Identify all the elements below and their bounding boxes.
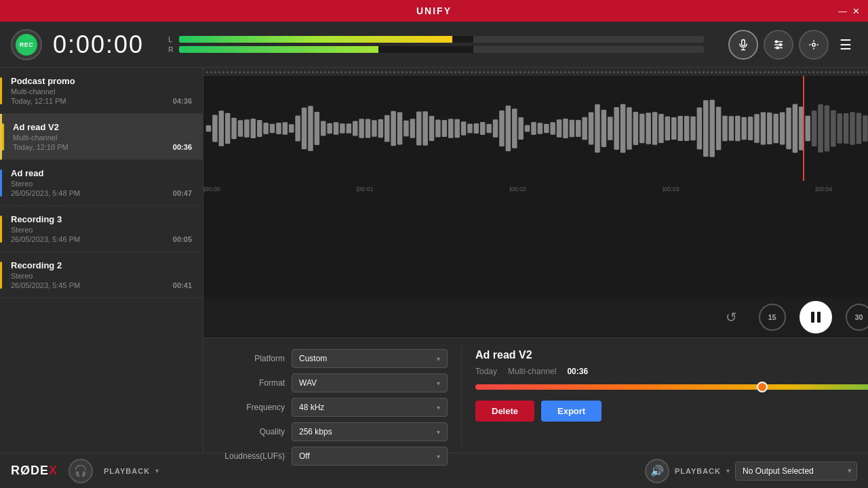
svg-rect-31: [315, 112, 320, 145]
mixer-button[interactable]: [764, 30, 793, 60]
skip-back-15-button[interactable]: 15: [759, 304, 786, 331]
svg-rect-18: [231, 118, 237, 140]
recording-item[interactable]: Ad read V2Multi-channelToday, 12:10 PM00…: [0, 114, 203, 160]
recording-item[interactable]: Podcast promoMulti-channelToday, 12:11 P…: [0, 68, 203, 114]
speaker-button[interactable]: 🔊: [645, 459, 669, 483]
recording-date: Today: [475, 367, 497, 376]
quality-label: Quality: [217, 427, 285, 436]
footer-right-section: 🔊 PLAYBACK ▾ No Output SelectedBuilt-in …: [645, 459, 857, 483]
platform-select[interactable]: Custom ▾: [292, 349, 448, 368]
headphone-button-left[interactable]: 🎧: [68, 459, 93, 483]
vu-right-bar: [179, 46, 704, 53]
svg-rect-108: [805, 116, 810, 141]
platform-arrow: ▾: [437, 355, 440, 363]
svg-rect-47: [416, 111, 422, 145]
svg-rect-101: [761, 112, 766, 144]
svg-rect-48: [422, 111, 428, 145]
svg-rect-27: [289, 124, 294, 133]
export-settings: Platform Custom ▾ Format WAV ▾ Frequency: [203, 338, 461, 453]
skip-back-15-label: 15: [768, 313, 776, 321]
svg-rect-64: [525, 125, 530, 132]
svg-rect-17: [225, 113, 231, 144]
settings-button[interactable]: [799, 30, 829, 60]
timeline-dots-top: [203, 68, 868, 76]
color-bar[interactable]: [475, 384, 868, 390]
close-button[interactable]: ✕: [852, 6, 860, 16]
svg-rect-45: [403, 121, 409, 136]
skip-forward-30-button[interactable]: 30: [846, 304, 869, 331]
svg-rect-35: [340, 123, 345, 134]
recording-title: Recording 2: [11, 260, 192, 270]
play-pause-button[interactable]: [800, 301, 832, 333]
recording-type: Multi-channel: [508, 367, 556, 376]
svg-rect-24: [270, 124, 275, 134]
color-bar-thumb[interactable]: [757, 382, 768, 392]
svg-rect-53: [454, 119, 460, 138]
svg-rect-37: [353, 121, 358, 136]
waveform-container[interactable]: 🔍 🔍 |00:00|00:01|00:02|00:03|00:04|00:05…: [203, 68, 868, 297]
waveform-svg: [203, 76, 868, 181]
minimize-button[interactable]: —: [838, 6, 847, 16]
output-select[interactable]: No Output SelectedBuilt-in OutputHDMI Ou…: [735, 462, 857, 481]
rec-indicator: REC: [16, 34, 37, 56]
svg-rect-94: [716, 106, 722, 150]
recording-indicator: [0, 169, 2, 197]
rewind-button[interactable]: ↺: [718, 304, 745, 331]
export-recording-title: Ad read V2: [475, 349, 532, 361]
timeline-label: |00:01: [357, 186, 374, 192]
recording-duration: 04:36: [173, 97, 192, 105]
menu-button[interactable]: ☰: [834, 31, 857, 58]
microphone-button[interactable]: [728, 30, 758, 60]
svg-rect-79: [620, 104, 626, 152]
svg-rect-89: [684, 116, 690, 141]
svg-rect-111: [825, 105, 830, 151]
svg-rect-57: [480, 122, 486, 135]
frequency-row: Frequency 48 kHz ▾: [217, 398, 448, 417]
timeline-label: |00:03: [663, 186, 679, 192]
svg-rect-117: [863, 115, 868, 141]
recording-item[interactable]: Recording 2Stereo26/05/2023, 5:45 PM00:4…: [0, 252, 203, 298]
svg-rect-109: [812, 110, 817, 146]
header-controls: ☰: [728, 30, 857, 60]
svg-rect-70: [563, 119, 568, 138]
playback-right-arrow[interactable]: ▾: [726, 467, 730, 474]
svg-rect-77: [608, 117, 613, 140]
title-bar: UNIFY — ✕: [0, 0, 868, 22]
svg-rect-112: [831, 110, 836, 146]
svg-rect-97: [735, 116, 741, 142]
svg-rect-50: [435, 119, 441, 137]
export-meta-row: Today Multi-channel 00:36: [475, 367, 868, 376]
svg-rect-74: [589, 113, 594, 145]
svg-rect-113: [837, 113, 842, 143]
playhead: [803, 76, 804, 181]
delete-button[interactable]: Delete: [475, 401, 534, 422]
svg-rect-95: [722, 116, 728, 141]
svg-rect-110: [818, 104, 823, 152]
format-select[interactable]: WAV ▾: [292, 373, 448, 392]
svg-rect-38: [359, 119, 364, 138]
svg-rect-26: [283, 122, 288, 135]
svg-rect-90: [690, 117, 696, 141]
export-button[interactable]: Export: [541, 401, 601, 422]
svg-rect-52: [448, 119, 454, 138]
svg-rect-23: [263, 123, 269, 134]
window-controls: — ✕: [838, 6, 860, 16]
svg-rect-67: [544, 124, 549, 134]
svg-rect-215: [817, 312, 821, 323]
waveform-area[interactable]: 🔍 🔍: [203, 76, 868, 181]
loudness-select[interactable]: Off ▾: [292, 447, 448, 466]
quality-arrow: ▾: [437, 428, 440, 436]
svg-rect-22: [257, 120, 262, 137]
rec-button[interactable]: REC: [11, 29, 42, 60]
timeline-label: |00:02: [509, 186, 526, 192]
recording-item[interactable]: Recording 3Stereo26/05/2023, 5:46 PM00:0…: [0, 206, 203, 252]
skip-forward-30-label: 30: [854, 313, 863, 321]
playback-left-arrow[interactable]: ▾: [155, 467, 159, 474]
frequency-select[interactable]: 48 kHz ▾: [292, 398, 448, 417]
transport-controls: ↺ 15 30 ↻: [203, 297, 868, 338]
recording-date: Today, 12:11 PM: [11, 97, 192, 105]
quality-select[interactable]: 256 kbps ▾: [292, 422, 448, 441]
svg-rect-39: [366, 119, 371, 138]
recording-item[interactable]: Ad readStereo26/05/2023, 5:48 PM00:47: [0, 160, 203, 206]
output-select-wrap: No Output SelectedBuilt-in OutputHDMI Ou…: [735, 462, 857, 481]
